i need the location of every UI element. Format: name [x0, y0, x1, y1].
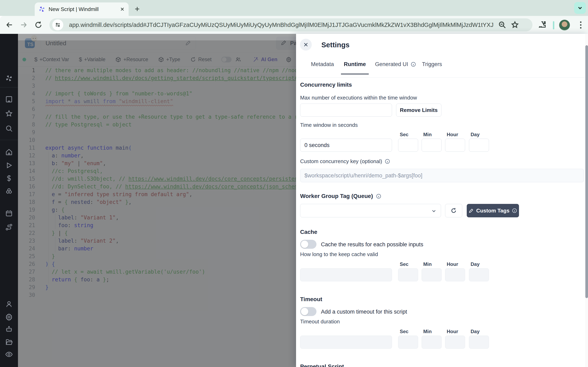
- timeout-hour-input[interactable]: [445, 336, 465, 349]
- drawer-backdrop[interactable]: [18, 34, 296, 367]
- time-window-min-input[interactable]: [422, 139, 442, 152]
- puzzle-icon: [538, 21, 546, 29]
- zoom-button[interactable]: [498, 21, 506, 29]
- bookmark-button[interactable]: [511, 21, 519, 29]
- unit-label-min: Min: [423, 261, 432, 267]
- time-window-hour-input[interactable]: [445, 139, 465, 152]
- windmill-logo-icon: [5, 74, 13, 82]
- folder-open-icon: [5, 338, 13, 346]
- arrow-left-icon: [6, 21, 13, 29]
- sidebar-item-audit[interactable]: [0, 349, 18, 360]
- tab-search-chevron-button[interactable]: [574, 2, 586, 14]
- timeout-day-input[interactable]: [469, 336, 489, 349]
- timeout-toggle-label: Add a custom timeout for this script: [321, 309, 407, 315]
- max-executions-label: Max number of executions within the time…: [300, 95, 417, 101]
- close-settings-button[interactable]: [300, 39, 312, 50]
- cache-sec-input[interactable]: [398, 268, 418, 281]
- sidebar-item-search[interactable]: [0, 123, 18, 134]
- sidebar-item-user[interactable]: [0, 299, 18, 310]
- tab-close-icon[interactable]: [120, 7, 125, 12]
- time-window-sec-input[interactable]: [398, 139, 418, 152]
- time-window-label: Time window in seconds: [300, 122, 358, 128]
- timeout-heading: Timeout: [300, 296, 322, 303]
- cache-min-input[interactable]: [422, 268, 442, 281]
- custom-tags-button[interactable]: Custom Tags: [467, 204, 519, 217]
- user-icon: [5, 300, 13, 308]
- star-icon: [511, 21, 519, 29]
- tune-icon: [55, 22, 61, 28]
- tab-generated-ui[interactable]: Generated UI: [375, 61, 416, 67]
- remove-limits-button[interactable]: Remove Limits: [396, 104, 441, 117]
- info-icon[interactable]: [385, 159, 390, 164]
- unit-label-sec: Sec: [400, 329, 408, 334]
- concurrency-heading: Concurrency limits: [300, 82, 352, 88]
- new-tab-button[interactable]: [133, 4, 142, 13]
- pencil-icon: [468, 208, 474, 213]
- cache-day-input[interactable]: [469, 268, 489, 281]
- concurrency-key-input[interactable]: [300, 169, 584, 182]
- forward-button[interactable]: [19, 20, 28, 29]
- cache-toggle-label: Cache the results for each possible inpu…: [321, 242, 423, 248]
- extensions-button[interactable]: [538, 21, 546, 30]
- cache-duration-input[interactable]: [300, 268, 392, 281]
- scrollbar-thumb[interactable]: [585, 45, 588, 298]
- site-settings-button[interactable]: [52, 19, 63, 30]
- refresh-tags-button[interactable]: [445, 204, 462, 217]
- time-window-input[interactable]: [300, 139, 392, 152]
- sidebar-item-settings[interactable]: [0, 311, 18, 323]
- cache-hour-input[interactable]: [445, 268, 465, 281]
- sidebar-item-triggers[interactable]: [0, 221, 18, 233]
- eye-icon: [5, 350, 13, 359]
- route-icon: [5, 223, 13, 231]
- browser-menu-button[interactable]: [576, 20, 585, 29]
- browser-tab[interactable]: New Script | Windmill: [35, 2, 129, 16]
- sidebar-item-resources[interactable]: [0, 186, 18, 197]
- unit-label-hour: Hour: [447, 132, 458, 137]
- reload-button[interactable]: [34, 20, 43, 29]
- sidebar-item-folders[interactable]: [0, 336, 18, 348]
- timeout-duration-input[interactable]: [300, 336, 392, 349]
- cache-heading: Cache: [300, 229, 317, 235]
- calendar-icon: [5, 209, 13, 217]
- tab-runtime[interactable]: Runtime: [344, 61, 366, 67]
- plus-icon: [134, 6, 140, 12]
- url-text[interactable]: app.windmill.dev/scripts/add#JTdCJTIyaGF…: [69, 22, 494, 28]
- sidebar-item-workspace[interactable]: [0, 94, 18, 105]
- max-executions-input[interactable]: [300, 104, 392, 117]
- timeout-sec-input[interactable]: [398, 336, 418, 349]
- settings-title: Settings: [321, 41, 350, 49]
- active-tab-underline: [341, 74, 369, 75]
- toolbar-separator: [553, 21, 554, 29]
- time-window-day-input[interactable]: [469, 139, 489, 152]
- sidebar-item-runs[interactable]: [0, 160, 18, 171]
- sidebar-item-variables[interactable]: [0, 173, 18, 184]
- unit-label-hour: Hour: [447, 261, 458, 267]
- settings-scrollbar[interactable]: [585, 34, 588, 367]
- profile-avatar[interactable]: [559, 20, 570, 31]
- sidebar-item-favorites[interactable]: [0, 108, 18, 119]
- arrow-right-icon: [20, 21, 27, 29]
- tab-triggers[interactable]: Triggers: [422, 61, 442, 67]
- worker-group-select[interactable]: [300, 204, 441, 217]
- browser-tabstrip: New Script | Windmill: [0, 0, 588, 16]
- tab-metadata[interactable]: Metadata: [311, 61, 334, 67]
- cache-toggle[interactable]: [300, 240, 316, 249]
- browser-toolbar: app.windmill.dev/scripts/add#JTdCJTIyaGF…: [0, 16, 588, 34]
- concurrency-key-label: Custom concurrency key (optional): [300, 158, 390, 165]
- timeout-min-input[interactable]: [422, 336, 442, 349]
- sidebar-item-schedules[interactable]: [0, 208, 18, 219]
- windmill-favicon: [38, 6, 45, 13]
- refresh-icon: [450, 207, 457, 214]
- star-icon: [5, 109, 13, 118]
- chevron-down-icon: [431, 208, 437, 214]
- sidebar-item-home[interactable]: [0, 146, 18, 158]
- omnibox[interactable]: app.windmill.dev/scripts/add#JTdCJTIyaGF…: [49, 18, 532, 31]
- sidebar-windmill-logo[interactable]: [0, 73, 18, 84]
- info-icon[interactable]: [376, 193, 381, 199]
- app-sidebar: [0, 34, 18, 367]
- timeout-toggle[interactable]: [300, 307, 316, 316]
- sidebar-item-ai[interactable]: [0, 324, 18, 335]
- info-icon: [512, 208, 517, 213]
- back-button[interactable]: [5, 20, 14, 29]
- settings-content: Concurrency limits Max number of executi…: [296, 77, 588, 367]
